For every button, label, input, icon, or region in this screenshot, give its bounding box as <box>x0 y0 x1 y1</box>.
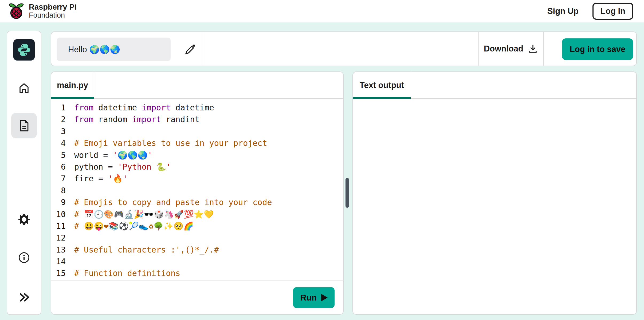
sidebar-item-settings[interactable] <box>7 213 41 226</box>
line-number: 13 <box>51 244 70 256</box>
run-label: Run <box>300 293 317 303</box>
code-line[interactable]: 5world = '🌍🌎🌏' <box>51 149 343 161</box>
code-line[interactable]: 3 <box>51 126 343 137</box>
project-title: Hello 🌍🌎🌏 <box>57 38 171 61</box>
pencil-icon <box>184 43 196 55</box>
code-line-text: python = 'Python 🐍' <box>70 161 171 173</box>
brand-text: Raspberry Pi Foundation <box>29 3 77 19</box>
code-line[interactable]: 7fire = '🔥' <box>51 173 343 185</box>
code-line[interactable]: 12 <box>51 232 343 244</box>
line-number: 8 <box>51 185 70 197</box>
download-label: Download <box>484 44 523 54</box>
output-tab-bar: Text output <box>353 72 636 99</box>
code-line-text: # Function definitions <box>70 267 180 279</box>
top-actions: Sign Up Log In <box>547 3 633 20</box>
code-line-text: from random import randint <box>70 114 200 125</box>
sign-up-link[interactable]: Sign Up <box>547 6 579 16</box>
line-number: 9 <box>51 197 70 208</box>
info-icon <box>18 251 30 264</box>
project-header-bar: Hello 🌍🌎🌏 Download <box>51 31 637 66</box>
code-line-text: # 😃😜❤📚⚽🎾👟♻🌳✨🥺🌈 <box>70 220 194 232</box>
project-title-text: Hello 🌍🌎🌏 <box>68 45 120 54</box>
code-line[interactable]: 8 <box>51 185 343 197</box>
line-number: 15 <box>51 267 70 279</box>
sidebar-item-python-project[interactable] <box>13 39 35 61</box>
python-logo-icon <box>17 43 31 57</box>
line-number: 14 <box>51 256 70 267</box>
code-line-text <box>70 185 74 197</box>
code-line-text: world = '🌍🌎🌏' <box>70 149 152 161</box>
line-number: 2 <box>51 114 70 125</box>
page: Raspberry Pi Foundation Sign Up Log In <box>0 0 644 320</box>
code-line[interactable]: 10# 📅🕘🎨🎮🔬🎉🕶️🎲🦄🚀💯⭐💛 <box>51 209 343 220</box>
line-number: 10 <box>51 209 70 220</box>
workspace: Hello 🌍🌎🌏 Download <box>0 22 644 320</box>
log-in-button[interactable]: Log In <box>592 3 633 20</box>
code-line[interactable]: 14 <box>51 256 343 267</box>
code-line-text: # 📅🕘🎨🎮🔬🎉🕶️🎲🦄🚀💯⭐💛 <box>70 209 214 220</box>
top-header: Raspberry Pi Foundation Sign Up Log In <box>0 0 644 22</box>
chevron-double-right-icon <box>18 291 30 303</box>
editor-tab-bar: main.py <box>51 72 343 99</box>
code-line[interactable]: 2from random import randint <box>51 114 343 125</box>
code-line-text <box>70 126 74 137</box>
code-line-text <box>70 256 74 267</box>
brand[interactable]: Raspberry Pi Foundation <box>8 3 77 19</box>
code-line[interactable]: 9# Emojis to copy and paste into your co… <box>51 197 343 208</box>
sidebar-item-home[interactable] <box>7 82 41 95</box>
text-output-content <box>353 99 636 314</box>
code-line[interactable]: 1from datetime import datetime <box>51 102 343 114</box>
code-line[interactable]: 4# Emoji variables to use in your projec… <box>51 137 343 149</box>
line-number: 3 <box>51 126 70 137</box>
code-line[interactable]: 15# Function definitions <box>51 267 343 279</box>
code-line[interactable]: 11# 😃😜❤📚⚽🎾👟♻🌳✨🥺🌈 <box>51 220 343 232</box>
sidebar-collapse-button[interactable] <box>7 291 41 303</box>
download-icon <box>528 44 538 54</box>
code-line-text: # Emojis to copy and paste into your cod… <box>70 197 272 208</box>
home-icon <box>18 82 30 95</box>
editor-scrollbar-thumb[interactable] <box>345 178 349 208</box>
gear-icon <box>18 213 30 226</box>
raspberry-pi-logo-icon <box>8 3 25 19</box>
tab-text-output[interactable]: Text output <box>353 72 411 99</box>
sidebar <box>7 31 41 315</box>
line-number: 6 <box>51 161 70 173</box>
code-editor-panel: main.py 1from datetime import datetime2f… <box>51 71 344 315</box>
download-button[interactable]: Download <box>479 32 543 66</box>
editor-footer: Run <box>51 281 343 314</box>
code-line[interactable]: 13# Useful characters :',()*_/.# <box>51 244 343 256</box>
tab-main-py[interactable]: main.py <box>51 72 94 99</box>
brand-line-1: Raspberry Pi <box>29 3 77 11</box>
text-output-panel: Text output <box>352 71 637 315</box>
code-line[interactable]: 6python = 'Python 🐍' <box>51 161 343 173</box>
line-number: 7 <box>51 173 70 185</box>
sidebar-item-info[interactable] <box>7 251 41 264</box>
edit-title-button[interactable] <box>179 38 201 60</box>
line-number: 4 <box>51 137 70 149</box>
log-in-to-save-button[interactable]: Log in to save <box>562 38 633 60</box>
code-line-text: # Emoji variables to use in your project <box>70 137 267 149</box>
line-number: 12 <box>51 232 70 244</box>
divider <box>543 31 544 66</box>
code-line-text: fire = '🔥' <box>70 173 128 185</box>
play-icon <box>321 294 328 301</box>
run-button[interactable]: Run <box>293 287 335 308</box>
sidebar-item-project-files[interactable] <box>11 113 37 138</box>
divider <box>203 31 203 66</box>
line-number: 1 <box>51 102 70 114</box>
file-icon <box>17 119 31 132</box>
code-editor[interactable]: 1from datetime import datetime2from rand… <box>51 99 343 281</box>
line-number: 5 <box>51 149 70 161</box>
line-number: 11 <box>51 220 70 232</box>
code-line-text: from datetime import datetime <box>70 102 214 114</box>
code-line-text <box>70 232 74 244</box>
brand-line-2: Foundation <box>29 11 77 19</box>
code-line-text: # Useful characters :',()*_/.# <box>70 244 219 256</box>
